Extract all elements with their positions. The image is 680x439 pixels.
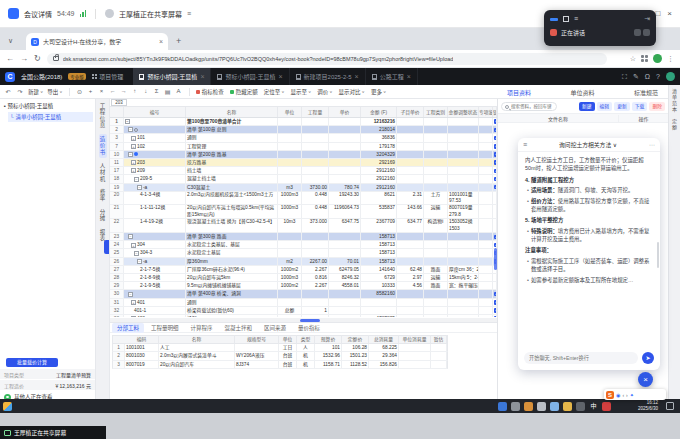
sheet-row[interactable]: 10−清单 第200章 路基3204329✓ <box>110 151 497 159</box>
workspace-tab[interactable]: 预标小桥园-王显植× <box>211 68 289 85</box>
expand-icon[interactable]: + <box>131 243 136 248</box>
cell-quantity[interactable] <box>302 175 329 182</box>
cell-special[interactable] <box>479 315 493 317</box>
cell-unit[interactable] <box>278 143 302 150</box>
cell-reference-value[interactable]: 203 <box>111 99 127 106</box>
tree-node-project[interactable]: ▪ 预标小桥园-王显植 <box>0 99 95 111</box>
cell-special[interactable] <box>479 274 493 281</box>
prev-icon[interactable]: ‹ <box>622 392 624 398</box>
cell-name[interactable]: C30混凝土 <box>186 184 278 191</box>
expand-icon[interactable]: ⛶ <box>622 73 627 81</box>
cell-name[interactable]: 混凝土挡土墙 <box>186 175 278 182</box>
cell-code[interactable]: 401-1 <box>124 307 186 314</box>
cell-amount[interactable]: 158713 <box>361 249 397 256</box>
cell-name[interactable]: 水泥稳定土基层 <box>186 249 278 256</box>
cell-quantity[interactable] <box>302 151 329 158</box>
删除-button[interactable]: 删除 <box>649 102 665 111</box>
notification-center-icon[interactable] <box>666 402 674 410</box>
cell-code[interactable]: +401 <box>124 299 186 306</box>
cell-amount[interactable]: 4787825 <box>361 315 397 317</box>
expand-icon[interactable]: + <box>131 168 136 173</box>
cell-code[interactable]: 2-1-9-5换 <box>124 282 186 289</box>
back-icon[interactable]: ← <box>6 54 14 63</box>
screen-share-indicator[interactable]: 王厚植正在共享屏幕 <box>0 426 106 439</box>
vnav-item-人材机[interactable]: 人材机 <box>99 161 107 185</box>
help-icon[interactable]: ? <box>656 73 660 80</box>
cell-category[interactable] <box>424 290 448 297</box>
cell-sub-price[interactable] <box>397 151 424 158</box>
pinned-red-icon[interactable] <box>602 402 611 411</box>
cell-amount[interactable]: 2912160 <box>361 167 397 174</box>
cell-category[interactable] <box>424 233 448 240</box>
cell-quantity[interactable] <box>302 299 329 306</box>
cell-amount[interactable]: 292169 <box>361 159 397 166</box>
cell-name[interactable]: 清单 第200章 路基 <box>186 151 278 158</box>
cell-amount[interactable]: 36836 <box>361 134 397 141</box>
cell-unit[interactable] <box>278 159 302 166</box>
cell-unit-price[interactable] <box>329 307 361 314</box>
cell-res-name[interactable]: 2.0m3以内履带式装渣单斗 <box>159 352 235 359</box>
workspace-tab[interactable]: 新建项目2025-2-5× <box>290 68 366 85</box>
file-search-input[interactable] <box>511 104 553 109</box>
expand-icon[interactable]: + <box>131 144 136 149</box>
cell-unit[interactable] <box>278 118 302 125</box>
collapse-icon[interactable]: − <box>128 152 133 157</box>
sheet-row[interactable]: 19−-aC30混凝土m33730.00780.742912160✓ <box>110 184 497 192</box>
close-tab-icon[interactable]: × <box>355 73 359 80</box>
cell-unit[interactable] <box>278 299 302 306</box>
sheet-row[interactable]: 25−304-3水泥稳定土基层158713✓ <box>110 249 497 257</box>
collapse-icon[interactable]: − <box>134 177 139 182</box>
cell-quantity[interactable]: 2.267 <box>302 266 329 273</box>
collapse-icon[interactable]: − <box>128 127 133 132</box>
cell-amount[interactable]: 8582160 <box>361 290 397 297</box>
cell-category[interactable] <box>424 249 448 256</box>
list-view-icon[interactable]: ≡ <box>574 16 578 22</box>
expand-icon[interactable]: + <box>131 316 136 317</box>
sheet-row[interactable]: 18−209-5混凝土挡土墙2912160✓ <box>110 175 497 183</box>
cell-adjust-status[interactable]: 8007019量279.8 <box>448 205 479 218</box>
cell-unit[interactable] <box>278 290 302 297</box>
cell-name[interactable]: 清单 第300章 路面 <box>186 233 278 240</box>
cell-unit[interactable] <box>278 151 302 158</box>
toolbar-action-显示至[interactable]: 显示至∨ <box>290 88 311 96</box>
expand-icon[interactable]: + <box>131 300 136 305</box>
cell-special[interactable] <box>479 159 493 166</box>
cell-unit-price[interactable] <box>329 249 361 256</box>
side-tab-清单范本[interactable]: 清单范本 <box>671 89 678 113</box>
cell-unit-price[interactable] <box>329 241 361 248</box>
cell-code[interactable]: 2-1-8-9换 <box>124 274 186 281</box>
project-management-button[interactable]: 项目管理 <box>92 72 124 81</box>
cell-total-consumption[interactable]: 29.364 <box>369 352 399 359</box>
redo-icon[interactable]: ↷ <box>16 88 24 95</box>
cell-amount[interactable]: 218014 <box>361 126 397 133</box>
toolbar-action-显示对比[interactable]: 显示对比∨ <box>339 88 365 96</box>
cell-category[interactable] <box>424 118 448 125</box>
chat-icon[interactable] <box>563 402 572 411</box>
cell-category[interactable] <box>424 307 448 314</box>
cell-unit-price[interactable] <box>329 233 361 240</box>
cell-special[interactable] <box>479 299 493 306</box>
close-tab-icon[interactable]: × <box>200 73 204 80</box>
cell-adjust-status[interactable] <box>448 167 479 174</box>
cell-unit-price[interactable] <box>329 151 361 158</box>
下载-button[interactable]: 下载 <box>632 102 648 111</box>
cell-code[interactable]: − <box>124 126 186 133</box>
cell-amount[interactable]: 179178 <box>361 143 397 150</box>
cell-category[interactable] <box>424 299 448 306</box>
cell-res-code[interactable]: 8001030 <box>125 352 159 359</box>
meeting-detail-label[interactable]: 会议详情 <box>24 9 52 19</box>
cell-unit-consumption[interactable] <box>399 344 431 351</box>
cell-amount[interactable] <box>361 307 397 314</box>
expand-icon[interactable]: + <box>131 136 136 141</box>
app-logo[interactable]: C <box>5 72 15 82</box>
up-icon[interactable]: ↑ <box>131 88 139 95</box>
toolbar-action-隐藏定额[interactable]: 隐藏定额 <box>230 88 258 96</box>
cell-quantity[interactable]: 2.267 <box>302 282 329 289</box>
cell-special[interactable] <box>479 290 493 297</box>
cell-amount[interactable]: 158713 <box>361 258 397 265</box>
cell-quantity[interactable]: 0.448 <box>302 205 329 218</box>
vnav-item-工程信息[interactable]: 工程信息 <box>99 101 107 131</box>
dock-panel-icon[interactable]: ⇥ <box>644 15 650 23</box>
新建-button[interactable]: 新建 <box>579 102 595 111</box>
resource-row[interactable]: 3800701920以内自卸汽车8J374台班机1158.711128.5215… <box>112 361 448 369</box>
